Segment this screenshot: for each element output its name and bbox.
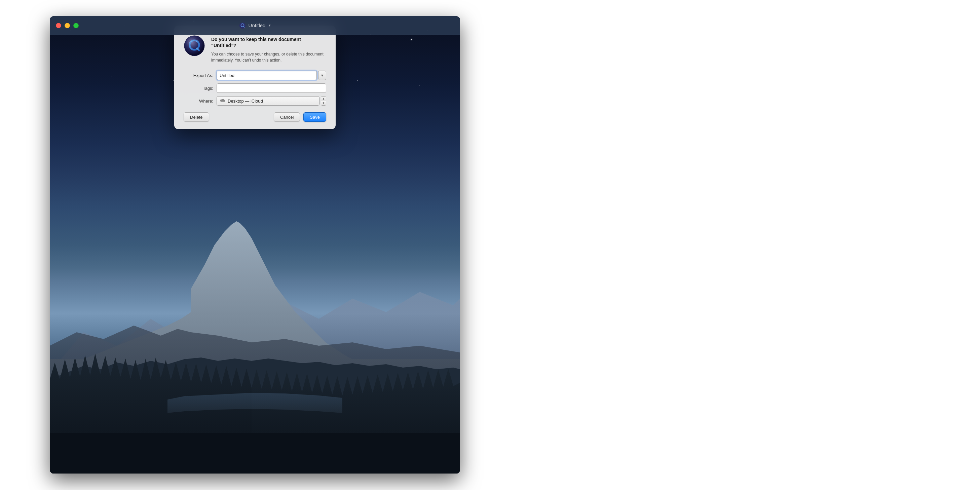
save-dialog: Do you want to keep this new document “U…: [174, 25, 336, 129]
export-as-row: Export As: ▾: [184, 71, 326, 80]
where-row: Where: Desktop — iCloud: [184, 96, 326, 106]
maximize-button[interactable]: [73, 23, 79, 28]
stepper-up-button[interactable]: ▲: [321, 97, 326, 101]
where-value-text: Desktop — iCloud: [228, 99, 263, 103]
where-label: Where:: [184, 99, 213, 103]
titlebar-dropdown-arrow[interactable]: ▾: [269, 23, 271, 27]
dialog-subtitle: You can choose to save your changes, or …: [211, 51, 326, 63]
tags-input-wrap: [216, 83, 326, 93]
dialog-text-block: Do you want to keep this new document “U…: [211, 35, 326, 63]
icloud-icon: [220, 98, 226, 103]
dialog-overlay: Do you want to keep this new document “U…: [50, 16, 460, 474]
quicktime-app-icon: [184, 35, 205, 57]
export-as-input-wrap: ▾: [216, 71, 326, 80]
stepper-down-button[interactable]: ▼: [321, 101, 326, 106]
where-select[interactable]: Desktop — iCloud: [216, 96, 320, 106]
dialog-buttons: Delete Cancel Save: [184, 112, 326, 122]
delete-button[interactable]: Delete: [184, 112, 209, 122]
titlebar: Untitled ▾: [50, 16, 460, 35]
save-button[interactable]: Save: [303, 112, 326, 122]
chevron-down-icon: ▾: [321, 73, 323, 78]
traffic-lights: [56, 23, 79, 28]
window-content: Do you want to keep this new document “U…: [50, 16, 460, 474]
mac-window: Do you want to keep this new document “U…: [50, 16, 460, 474]
svg-point-2: [184, 36, 204, 56]
titlebar-title: Untitled ▾: [239, 22, 271, 29]
dialog-header: Do you want to keep this new document “U…: [184, 35, 326, 63]
cancel-button[interactable]: Cancel: [274, 112, 300, 122]
expand-button[interactable]: ▾: [318, 71, 326, 80]
close-button[interactable]: [56, 23, 61, 28]
export-as-label: Export As:: [184, 73, 213, 78]
tags-row: Tags:: [184, 83, 326, 93]
dialog-title: Do you want to keep this new document “U…: [211, 36, 326, 48]
dialog-form: Export As: ▾ Tags:: [184, 71, 326, 106]
titlebar-quicktime-icon: [239, 22, 246, 29]
where-stepper[interactable]: ▲ ▼: [321, 96, 326, 106]
where-select-content: Desktop — iCloud: [220, 98, 263, 103]
minimize-button[interactable]: [65, 23, 70, 28]
export-as-input[interactable]: [216, 71, 317, 80]
tags-input[interactable]: [216, 83, 326, 93]
where-input-wrap: Desktop — iCloud ▲ ▼: [216, 96, 326, 106]
titlebar-text: Untitled: [248, 22, 266, 28]
tags-label: Tags:: [184, 86, 213, 91]
btn-group-right: Cancel Save: [274, 112, 326, 122]
